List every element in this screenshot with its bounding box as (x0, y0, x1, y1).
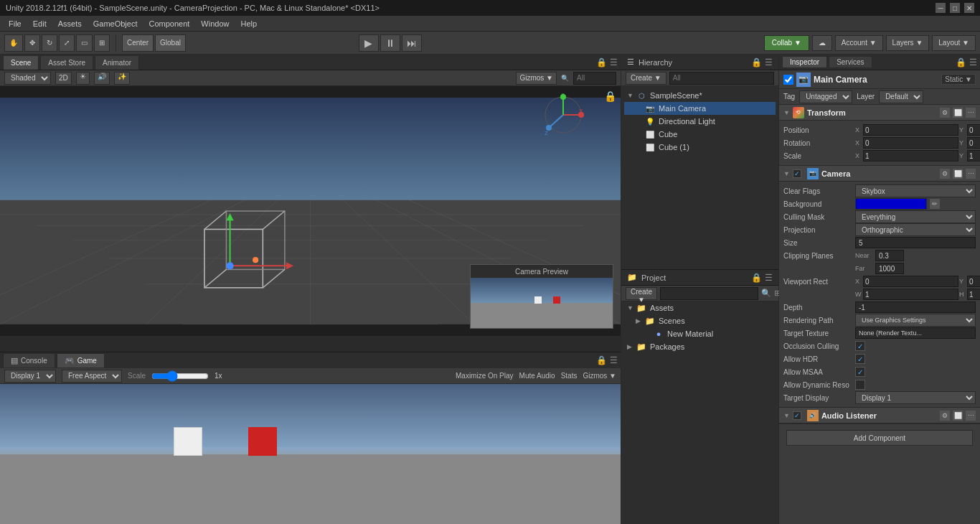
project-search[interactable] (660, 287, 758, 300)
tab-animator[interactable]: Animator (95, 55, 139, 70)
scene-view[interactable]: X Y Z 🔒 Persp (0, 86, 621, 352)
transform-tool[interactable]: ⊞ (94, 34, 110, 52)
menu-assets[interactable]: Assets (52, 18, 88, 29)
fx-btn[interactable]: ✨ (114, 72, 130, 85)
camera-overflow-icon[interactable]: ⋯ (966, 169, 976, 179)
camera-cog-icon[interactable]: ⚙ (940, 169, 950, 179)
scale-slider[interactable] (151, 370, 209, 382)
audio-header[interactable]: ▼ ✓ 🔊 Audio Listener ⚙ ⬜ ⋯ (779, 408, 980, 424)
inspector-lock-icon[interactable]: 🔒 (956, 57, 966, 67)
tab-asset-store[interactable]: Asset Store (40, 55, 93, 70)
play-button[interactable]: ▶ (359, 34, 379, 52)
rotate-tool[interactable]: ↻ (42, 34, 57, 52)
rect-tool[interactable]: ▭ (76, 34, 93, 52)
audio-cog-icon[interactable]: ⚙ (940, 411, 950, 421)
stats-btn[interactable]: Stats (561, 372, 578, 380)
scale-x-input[interactable] (863, 150, 958, 162)
lighting-btn[interactable]: ☀ (76, 72, 90, 85)
gizmos-game-btn[interactable]: Gizmos ▼ (583, 372, 616, 380)
mute-btn[interactable]: Mute Audio (519, 372, 555, 380)
project-menu-icon[interactable]: ☰ (765, 273, 773, 283)
background-color-swatch[interactable] (855, 198, 927, 210)
clear-flags-select[interactable]: Skybox (855, 184, 976, 197)
msaa-checkbox[interactable] (855, 367, 865, 377)
menu-help[interactable]: Help (235, 18, 263, 29)
occlusion-checkbox[interactable] (855, 341, 865, 351)
vp-x-input[interactable] (863, 276, 958, 287)
tab-console[interactable]: ▤ Console (3, 353, 55, 368)
layer-select[interactable]: Default (879, 90, 923, 103)
display-select[interactable]: Display 1 (4, 370, 56, 383)
audio-square-icon[interactable]: ⬜ (953, 411, 963, 421)
camera-comp-header[interactable]: ▼ ✓ 📷 Camera ⚙ ⬜ ⋯ (779, 166, 980, 182)
transform-cog-icon[interactable]: ⚙ (940, 108, 950, 118)
center-btn[interactable]: Center (122, 34, 154, 52)
cloud-button[interactable]: ☁ (812, 35, 832, 51)
culling-mask-select[interactable]: Everything (855, 210, 976, 223)
hierarchy-item-scene[interactable]: ▼ ⬡ SampleScene* (624, 89, 776, 102)
audio-enabled-check[interactable]: ✓ (793, 411, 801, 420)
tab-game[interactable]: 🎮 Game (57, 353, 105, 368)
hierarchy-lock-icon[interactable]: 🔒 (751, 57, 762, 67)
rot-y-input[interactable] (967, 137, 980, 149)
step-button[interactable]: ⏭ (402, 34, 422, 52)
collab-button[interactable]: Collab ▼ (764, 35, 809, 51)
add-component-button[interactable]: Add Component (786, 430, 973, 446)
global-btn[interactable]: Global (155, 34, 186, 52)
vp-h-input[interactable] (967, 289, 980, 300)
menu-component[interactable]: Component (143, 18, 195, 29)
aspect-select[interactable]: Free Aspect (62, 370, 122, 383)
hierarchy-item-main-camera[interactable]: 📷 Main Camera (624, 102, 776, 115)
hdr-checkbox[interactable] (855, 354, 865, 364)
pause-button[interactable]: ⏸ (380, 34, 400, 52)
project-item-packages[interactable]: ▶ 📁 Packages (621, 340, 778, 353)
static-label[interactable]: Static ▼ (941, 74, 976, 85)
minimize-button[interactable]: ─ (936, 3, 946, 13)
project-search-icon[interactable]: 🔍 (761, 289, 771, 298)
scale-tool[interactable]: ⤢ (59, 34, 75, 52)
scene-lock-icon[interactable]: 🔒 (596, 57, 607, 67)
audio-btn[interactable]: 🔊 (94, 72, 110, 85)
menu-gameobject[interactable]: GameObject (88, 18, 143, 29)
target-display-select[interactable]: Display 1 (855, 391, 976, 404)
color-edit-icon[interactable]: ✏ (930, 199, 940, 209)
hierarchy-create-btn[interactable]: Create ▼ (626, 72, 666, 85)
close-button[interactable]: ✕ (964, 3, 974, 13)
object-enabled-checkbox[interactable] (783, 75, 793, 85)
layout-button[interactable]: Layout ▼ (932, 35, 976, 51)
scale-y-input[interactable] (967, 150, 980, 162)
menu-edit[interactable]: Edit (27, 18, 52, 29)
vp-w-input[interactable] (863, 289, 958, 300)
rendering-path-select[interactable]: Use Graphics Settings (855, 314, 976, 327)
audio-overflow-icon[interactable]: ⋯ (966, 411, 976, 421)
dynamic-reso-checkbox[interactable] (855, 380, 865, 390)
transform-square-icon[interactable]: ⬜ (953, 108, 963, 118)
hierarchy-menu-icon[interactable]: ☰ (765, 57, 773, 67)
target-texture-input[interactable] (855, 327, 976, 339)
game-lock-icon[interactable]: 🔒 (596, 355, 607, 365)
far-input[interactable] (875, 263, 904, 274)
tab-services[interactable]: Services (829, 56, 872, 68)
hierarchy-search[interactable] (669, 72, 774, 85)
pos-x-input[interactable] (863, 124, 958, 136)
project-lock-icon[interactable]: 🔒 (751, 273, 762, 283)
game-menu-icon[interactable]: ☰ (610, 355, 618, 365)
hierarchy-item-light[interactable]: 💡 Directional Light (624, 115, 776, 128)
project-create-btn[interactable]: Create ▼ (626, 287, 657, 300)
shading-select[interactable]: Shaded (4, 72, 51, 85)
rot-x-input[interactable] (863, 137, 958, 149)
account-button[interactable]: Account ▼ (835, 35, 883, 51)
transform-overflow-icon[interactable]: ⋯ (966, 108, 976, 118)
menu-window[interactable]: Window (195, 18, 235, 29)
move-tool[interactable]: ✥ (24, 34, 40, 52)
transform-header[interactable]: ▼ ⟲ Transform ⚙ ⬜ ⋯ (779, 105, 980, 121)
gizmos-btn[interactable]: Gizmos ▼ (516, 72, 557, 85)
pos-y-input[interactable] (967, 124, 980, 136)
hierarchy-item-cube1[interactable]: ⬜ Cube (1) (624, 141, 776, 154)
menu-file[interactable]: File (3, 18, 27, 29)
hand-tool[interactable]: ✋ (4, 34, 23, 52)
tab-scene[interactable]: Scene (3, 55, 39, 70)
vp-y-input[interactable] (967, 276, 980, 287)
tab-inspector[interactable]: Inspector (782, 56, 827, 68)
project-item-material[interactable]: ● New Material (621, 327, 778, 340)
